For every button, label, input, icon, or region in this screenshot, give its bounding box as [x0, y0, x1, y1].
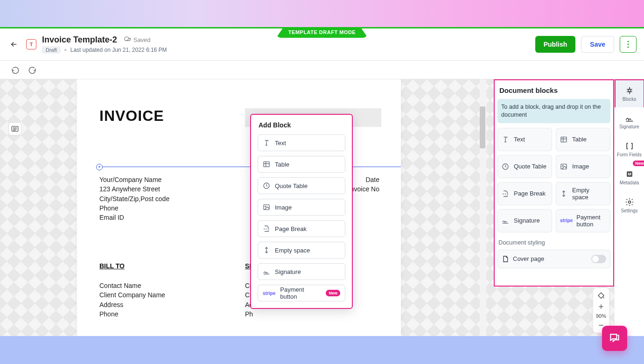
page-break-icon: [263, 225, 270, 232]
tile-page-break[interactable]: Page Break: [497, 182, 552, 205]
scrollbar-thumb[interactable]: [480, 106, 485, 148]
svg-point-12: [265, 206, 266, 207]
block-option-quote-table[interactable]: Quote Table: [258, 177, 345, 194]
tile-signature[interactable]: Signature: [497, 209, 552, 232]
publish-button[interactable]: Publish: [535, 36, 576, 53]
table-icon: [263, 161, 270, 168]
saved-indicator: Saved: [124, 36, 151, 43]
bill-to-block: Contact Name Client Company Name Address…: [99, 281, 165, 319]
bill-to-heading: BILL TO: [99, 262, 125, 270]
empty-space-icon: [560, 190, 568, 197]
cloud-icon: [124, 36, 131, 43]
add-block-popover: Add Block Text Table Quote Table Image: [250, 114, 353, 309]
dot-separator: •: [64, 46, 67, 54]
svg-rect-17: [561, 137, 567, 142]
template-badge: T: [26, 39, 36, 49]
fill-icon[interactable]: [597, 292, 605, 300]
svg-text:M: M: [628, 172, 631, 176]
quote-table-icon: [502, 163, 510, 170]
styling-heading: Document styling: [495, 232, 613, 250]
cover-page-row[interactable]: Cover page: [497, 250, 610, 268]
sender-block: Your/Company Name 123 Anywhere Street Ci…: [99, 175, 169, 222]
text-icon: [502, 136, 510, 143]
stripe-icon: stripe: [263, 291, 275, 296]
rail-blocks[interactable]: Blocks: [615, 79, 644, 107]
gradient-bottom: [0, 336, 644, 364]
rail-form-fields[interactable]: Form Fields: [615, 135, 644, 163]
stripe-icon: stripe: [560, 218, 573, 223]
workspace: INVOICE + Your/Company Name 123 Anywhere…: [0, 79, 644, 336]
svg-point-2: [628, 46, 629, 48]
signature-icon: [263, 268, 270, 275]
back-button[interactable]: [7, 38, 21, 51]
zoom-in-icon[interactable]: [597, 303, 605, 310]
block-option-signature[interactable]: Signature: [258, 263, 345, 280]
block-option-empty-space[interactable]: Empty space: [258, 242, 345, 259]
tile-table[interactable]: Table: [556, 128, 610, 151]
signature-icon: [625, 113, 634, 123]
image-icon: [263, 203, 270, 211]
gradient-top: [0, 0, 644, 28]
text-icon: [263, 139, 270, 147]
svg-point-31: [628, 201, 630, 203]
draft-pill: Draft: [42, 46, 61, 54]
rail-settings[interactable]: Settings: [615, 191, 644, 219]
block-option-payment[interactable]: stripe Payment button New: [258, 285, 345, 301]
cover-page-icon: [502, 255, 509, 263]
svg-point-0: [628, 41, 629, 42]
tile-image[interactable]: Image: [556, 155, 610, 178]
rail-metadata[interactable]: New M Metadata: [615, 163, 644, 191]
image-icon: [560, 163, 568, 170]
mode-chip: TEMPLATE DRAFT MODE: [276, 27, 368, 38]
new-badge: New: [326, 290, 340, 296]
panel-title: Document blocks: [495, 80, 613, 99]
metadata-icon: M: [625, 169, 634, 179]
outline-button[interactable]: [8, 122, 21, 135]
svg-rect-27: [628, 90, 630, 92]
tile-empty-space[interactable]: Empty space: [556, 182, 610, 205]
page-title: Invoice Template-2: [42, 35, 117, 45]
rail-signature[interactable]: Signature: [615, 107, 644, 135]
zoom-value: 90%: [596, 313, 606, 319]
tile-payment[interactable]: stripePayment button: [556, 209, 610, 232]
tile-quote[interactable]: Quote Table: [497, 155, 552, 178]
save-button[interactable]: Save: [581, 36, 614, 53]
svg-rect-11: [264, 205, 269, 210]
chat-fab[interactable]: [602, 326, 627, 351]
blocks-panel: Document blocks To add a block, drag and…: [494, 79, 614, 287]
block-option-image[interactable]: Image: [258, 199, 345, 216]
more-button[interactable]: [620, 36, 637, 53]
gear-icon: [625, 197, 634, 207]
updated-text: Last updated on Jun 21, 2022 6:16 PM: [70, 47, 167, 53]
quote-table-icon: [263, 182, 270, 189]
form-fields-icon: [625, 141, 634, 151]
empty-space-icon: [263, 246, 270, 254]
table-icon: [560, 136, 568, 143]
block-option-table[interactable]: Table: [258, 156, 345, 173]
insert-plus-icon[interactable]: +: [96, 164, 103, 170]
new-badge: New: [633, 161, 644, 166]
tile-text[interactable]: Text: [497, 128, 552, 151]
redo-button[interactable]: [28, 66, 36, 74]
cover-page-toggle[interactable]: [591, 255, 606, 263]
right-rail: Blocks Signature Form Fields New M Metad…: [614, 79, 644, 336]
svg-point-1: [628, 43, 629, 45]
blocks-icon: [625, 86, 634, 95]
svg-rect-7: [264, 162, 269, 167]
page-break-icon: [502, 190, 510, 197]
signature-icon: [502, 217, 510, 224]
svg-point-22: [562, 165, 563, 166]
svg-rect-21: [561, 164, 567, 169]
block-option-page-break[interactable]: Page Break: [258, 220, 345, 237]
panel-hint: To add a block, drag and drop it on the …: [497, 99, 610, 123]
popover-title: Add Block: [251, 115, 352, 134]
toolbar: [0, 61, 644, 79]
undo-button[interactable]: [11, 66, 20, 74]
block-option-text[interactable]: Text: [258, 134, 345, 151]
